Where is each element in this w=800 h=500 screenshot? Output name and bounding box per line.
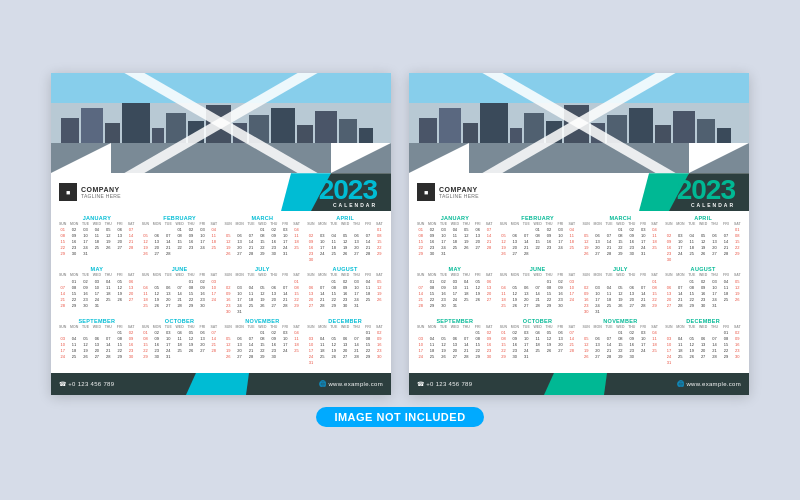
year-content-1: 2023 CALENDAR	[319, 176, 383, 208]
month-february-1: FEBRUARY SUNMONTUEWEDTHUFRISAT ---010203…	[140, 215, 220, 263]
month-february-2: FEBRUARY SUNMONTUEWEDTHUFRISAT ---010203…	[498, 215, 578, 263]
footer-phone-2: ☎ +0 123 456 789	[417, 380, 472, 387]
months-row2-1: MAY SUNMONTUEWEDTHUFRISAT -010203040506 …	[57, 266, 385, 314]
footer-phone-1: ☎ +0 123 456 789	[59, 380, 114, 387]
year-content-2: 2023 CALENDAR	[677, 176, 741, 208]
photo-area-1	[51, 73, 391, 173]
month-march-1: MARCH SUNMONTUEWEDTHUFRISAT ---01020304 …	[223, 215, 303, 263]
month-august-1: AUGUST SUNMONTUEWEDTHUFRISAT --010203040…	[305, 266, 385, 314]
month-july-2: JULY SUNMONTUEWEDTHUFRISAT ------01 0203…	[581, 266, 661, 314]
company-text-1: COMPANY TAGLINE HERE	[81, 186, 121, 199]
header-band-1: ■ COMPANY TAGLINE HERE 2023 CALENDAR	[51, 173, 391, 211]
year-number-2: 2023	[677, 176, 735, 204]
footer-web-1: 🌐 www.example.com	[319, 380, 383, 387]
month-april-1: APRIL SUNMONTUEWEDTHUFRISAT ------01 020…	[305, 215, 385, 263]
month-may-1: MAY SUNMONTUEWEDTHUFRISAT -010203040506 …	[57, 266, 137, 314]
months-row3-1: SEPTEMBER SUNMONTUEWEDTHUFRISAT -----010…	[57, 318, 385, 366]
footer-band-2: ☎ +0 123 456 789 🌐 www.example.com	[409, 373, 749, 395]
months-row1-1: JANUARY SUNMONTUEWEDTHUFRISAT 0102030405…	[57, 215, 385, 263]
diagonal-right-1	[331, 143, 391, 173]
month-march-2: MARCH SUNMONTUEWEDTHUFRISAT ---01020304 …	[581, 215, 661, 263]
month-june-2: JUNE SUNMONTUEWEDTHUFRISAT ----010203 04…	[498, 266, 578, 314]
month-september-2: SEPTEMBER SUNMONTUEWEDTHUFRISAT -----010…	[415, 318, 495, 366]
image-not-included-badge: IMAGE NOT INCLUDED	[316, 407, 483, 427]
months-row2-2: MAY SUNMONTUEWEDTHUFRISAT -010203040506 …	[415, 266, 743, 314]
month-december-2: DECEMBER SUNMONTUEWEDTHUFRISAT -----0102…	[663, 318, 743, 366]
month-june-1: JUNE SUNMONTUEWEDTHUFRISAT ----010203 04…	[140, 266, 220, 314]
footer-band-1: ☎ +0 123 456 789 🌐 www.example.com	[51, 373, 391, 395]
footer-right-1: 🌐 www.example.com	[319, 380, 391, 387]
company-tagline-2: TAGLINE HERE	[439, 193, 479, 199]
months-row1-2: JANUARY SUNMONTUEWEDTHUFRISAT 0102030405…	[415, 215, 743, 263]
month-august-2: AUGUST SUNMONTUEWEDTHUFRISAT --010203040…	[663, 266, 743, 314]
month-october-2: OCTOBER SUNMONTUEWEDTHUFRISAT 0102030405…	[498, 318, 578, 366]
company-name-1: COMPANY	[81, 186, 121, 193]
diagonal-left-2	[409, 143, 469, 173]
month-january-1: JANUARY SUNMONTUEWEDTHUFRISAT 0102030405…	[57, 215, 137, 263]
calendar-teal: ■ COMPANY TAGLINE HERE 2023 CALENDAR JAN…	[409, 73, 749, 395]
month-april-2: APRIL SUNMONTUEWEDTHUFRISAT ------01 020…	[663, 215, 743, 263]
company-tagline-1: TAGLINE HERE	[81, 193, 121, 199]
calendar-grid-2: JANUARY SUNMONTUEWEDTHUFRISAT 0102030405…	[409, 211, 749, 373]
year-label-1: CALENDAR	[333, 202, 377, 208]
diagonal-left-1	[51, 143, 111, 173]
footer-web-2: 🌐 www.example.com	[677, 380, 741, 387]
month-november-2: NOVEMBER SUNMONTUEWEDTHUFRISAT ---010203…	[581, 318, 661, 366]
month-december-1: DECEMBER SUNMONTUEWEDTHUFRISAT -----0102…	[305, 318, 385, 366]
diagonal-right-2	[689, 143, 749, 173]
calendar-grid-1: JANUARY SUNMONTUEWEDTHUFRISAT 0102030405…	[51, 211, 391, 373]
month-november-1: NOVEMBER SUNMONTUEWEDTHUFRISAT ---010203…	[223, 318, 303, 366]
month-october-1: OCTOBER SUNMONTUEWEDTHUFRISAT 0102030405…	[140, 318, 220, 366]
month-july-1: JULY SUNMONTUEWEDTHUFRISAT ------01 0203…	[223, 266, 303, 314]
month-january-2: JANUARY SUNMONTUEWEDTHUFRISAT 0102030405…	[415, 215, 495, 263]
header-band-2: ■ COMPANY TAGLINE HERE 2023 CALENDAR	[409, 173, 749, 211]
footer-right-2: 🌐 www.example.com	[677, 380, 749, 387]
month-september-1: SEPTEMBER SUNMONTUEWEDTHUFRISAT -----010…	[57, 318, 137, 366]
footer-left-1: ☎ +0 123 456 789	[51, 380, 319, 387]
calendars-container: ■ COMPANY TAGLINE HERE 2023 CALENDAR JAN…	[51, 73, 749, 395]
footer-left-2: ☎ +0 123 456 789	[409, 380, 677, 387]
year-label-2: CALENDAR	[691, 202, 735, 208]
month-may-2: MAY SUNMONTUEWEDTHUFRISAT -010203040506 …	[415, 266, 495, 314]
company-text-2: COMPANY TAGLINE HERE	[439, 186, 479, 199]
photo-area-2	[409, 73, 749, 173]
company-logo-1: ■	[59, 183, 77, 201]
year-number-1: 2023	[319, 176, 377, 204]
company-name-2: COMPANY	[439, 186, 479, 193]
company-logo-2: ■	[417, 183, 435, 201]
calendar-cyan: ■ COMPANY TAGLINE HERE 2023 CALENDAR JAN…	[51, 73, 391, 395]
months-row3-2: SEPTEMBER SUNMONTUEWEDTHUFRISAT -----010…	[415, 318, 743, 366]
